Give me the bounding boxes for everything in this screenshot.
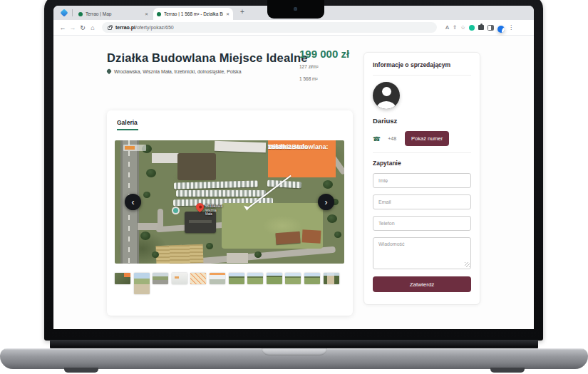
map-greenhouse xyxy=(176,190,266,197)
tab-terrao-listing-active[interactable]: Terrao | 1 568 m² - Działka Bud ✕ xyxy=(153,8,233,20)
translate-icon[interactable]: A xyxy=(445,24,449,31)
share-icon[interactable]: ⇧ xyxy=(453,24,457,31)
map-tree xyxy=(334,232,341,238)
grammarly-extension-icon[interactable] xyxy=(469,25,475,31)
terrao-favicon xyxy=(157,12,161,16)
tab-galeria[interactable]: Galeria xyxy=(117,119,138,126)
name-field[interactable] xyxy=(373,173,471,188)
browser-menu-icon[interactable]: ⋮ xyxy=(508,24,514,31)
extensions-puzzle-icon[interactable] xyxy=(478,25,484,30)
tab-terrao-map[interactable]: Terrao | Map ✕ xyxy=(75,8,152,20)
listing-price: 199 000 zł xyxy=(299,48,349,60)
map-tree xyxy=(323,180,333,189)
phone-row: ☎ +48 Pokaż numer xyxy=(373,131,471,146)
screen-notch xyxy=(267,0,324,19)
browser-toolbar: ← → ↻ ⌂ terrao.pl/oferty/pokaz/650 A ⇧ ☆… xyxy=(53,20,534,36)
map-building xyxy=(302,229,321,243)
seller-card: Informacje o sprzedającym Dariusz ☎ +48 … xyxy=(363,52,480,305)
tab-galeria-underline xyxy=(117,129,138,130)
laptop-mockup: Terrao | Map ✕ Terrao | 1 568 m² - Dział… xyxy=(0,0,588,374)
gallery-thumbnail[interactable] xyxy=(267,273,282,284)
inquiry-heading: Zapytanie xyxy=(373,160,471,167)
browser-window: Terrao | Map ✕ Terrao | 1 568 m² - Dział… xyxy=(53,6,534,329)
gallery-thumbnail[interactable] xyxy=(153,273,168,284)
show-number-button[interactable]: Pokaż numer xyxy=(405,131,449,146)
gallery-main-image-satellite-map[interactable]: Wisznia Mała Działka Budowlana: 1568m2 W… xyxy=(115,140,344,264)
forward-icon[interactable]: → xyxy=(68,24,78,31)
terrao-favicon xyxy=(78,12,83,16)
divider xyxy=(373,75,471,76)
url-text: terrao.pl/oferty/pokaz/650 xyxy=(115,25,174,30)
toolbar-extensions: A ⇧ ☆ ⋮ xyxy=(445,23,514,33)
location-pin-icon xyxy=(106,68,112,73)
laptop-base xyxy=(0,348,588,369)
map-barn xyxy=(152,153,179,163)
map-tree xyxy=(152,251,159,258)
tab-title: Terrao | Map xyxy=(86,11,142,16)
listing-area: 1 568 m² xyxy=(299,76,318,81)
page-title: Działka Budowlana Miejsce Idealne xyxy=(107,51,308,65)
map-barn xyxy=(215,141,266,153)
map-building xyxy=(227,253,248,263)
seller-heading: Informacje o sprzedającym xyxy=(373,61,471,68)
map-tree xyxy=(146,169,156,177)
laptop-screen: Terrao | Map ✕ Terrao | 1 568 m² - Dział… xyxy=(44,0,543,341)
map-tree xyxy=(140,232,150,240)
gallery-thumbnail[interactable] xyxy=(304,273,320,284)
home-icon[interactable]: ⌂ xyxy=(88,24,98,31)
gallery-prev-button[interactable]: ‹ xyxy=(125,194,141,210)
lock-icon xyxy=(108,26,112,30)
laptop-foot xyxy=(490,368,525,373)
gallery-thumbnail[interactable] xyxy=(210,273,225,284)
listing-address: Wrocławska, Wisznia Mała, trzebnicki, do… xyxy=(107,69,242,74)
side-panel-icon[interactable] xyxy=(488,25,494,31)
message-field[interactable] xyxy=(373,237,471,269)
tab-title: Terrao | 1 568 m² - Działka Bud xyxy=(164,11,223,16)
seller-avatar xyxy=(373,82,400,109)
price-per-m2: 127 zł/m² xyxy=(299,64,319,69)
phone-prefix: +48 xyxy=(388,136,396,141)
new-tab-button[interactable]: + xyxy=(237,7,247,17)
gallery-next-button[interactable]: › xyxy=(318,194,334,210)
phone-icon: ☎ xyxy=(373,135,381,142)
pinned-tab-icon[interactable] xyxy=(60,9,68,16)
close-tab-icon[interactable]: ✕ xyxy=(226,11,229,16)
profile-avatar-icon[interactable] xyxy=(497,26,505,33)
laptop-foot xyxy=(64,368,98,373)
divider xyxy=(373,152,471,153)
map-pool xyxy=(172,207,180,214)
address-bar[interactable]: terrao.pl/oferty/pokaz/650 xyxy=(102,22,437,33)
url-path: /oferty/pokaz/650 xyxy=(135,25,174,30)
close-tab-icon[interactable]: ✕ xyxy=(145,11,148,16)
bookmark-star-icon[interactable]: ☆ xyxy=(460,24,465,31)
map-greenhouse xyxy=(174,180,258,189)
map-watermark xyxy=(123,145,146,151)
gallery-thumbnail[interactable] xyxy=(324,273,339,284)
listing-page: Działka Budowlana Miejsce Idealne Wrocła… xyxy=(53,36,534,329)
map-farmyard xyxy=(177,153,216,180)
map-tree xyxy=(143,192,150,198)
gallery-thumbnail-strip xyxy=(115,273,339,294)
reload-icon[interactable]: ↻ xyxy=(78,24,88,31)
map-driveway xyxy=(158,209,163,230)
submit-button[interactable]: Zatwierdź xyxy=(373,276,471,292)
gallery-thumbnail[interactable] xyxy=(285,273,301,284)
url-domain: terrao.pl xyxy=(115,25,135,30)
email-field[interactable] xyxy=(373,194,471,209)
gallery-thumbnail[interactable] xyxy=(134,273,150,294)
back-icon[interactable]: ← xyxy=(58,24,68,31)
map-building xyxy=(275,232,300,244)
gallery-thumbnail[interactable] xyxy=(172,273,187,284)
gallery-thumbnail[interactable] xyxy=(190,273,206,284)
map-tree xyxy=(254,251,262,258)
gallery-card: Galeria xyxy=(107,110,353,316)
phone-field[interactable] xyxy=(373,216,471,231)
gallery-thumbnail[interactable] xyxy=(247,273,263,284)
plot-info-overlay: Wisznia Mała Działka Budowlana: 1568m2 xyxy=(268,140,336,177)
address-text: Wrocławska, Wisznia Mała, trzebnicki, do… xyxy=(114,69,242,74)
map-tree xyxy=(206,243,213,249)
gallery-thumbnail[interactable] xyxy=(229,273,244,284)
gallery-thumbnail[interactable] xyxy=(115,273,130,284)
message-field-wrap xyxy=(373,237,471,269)
map-tree xyxy=(327,214,337,223)
